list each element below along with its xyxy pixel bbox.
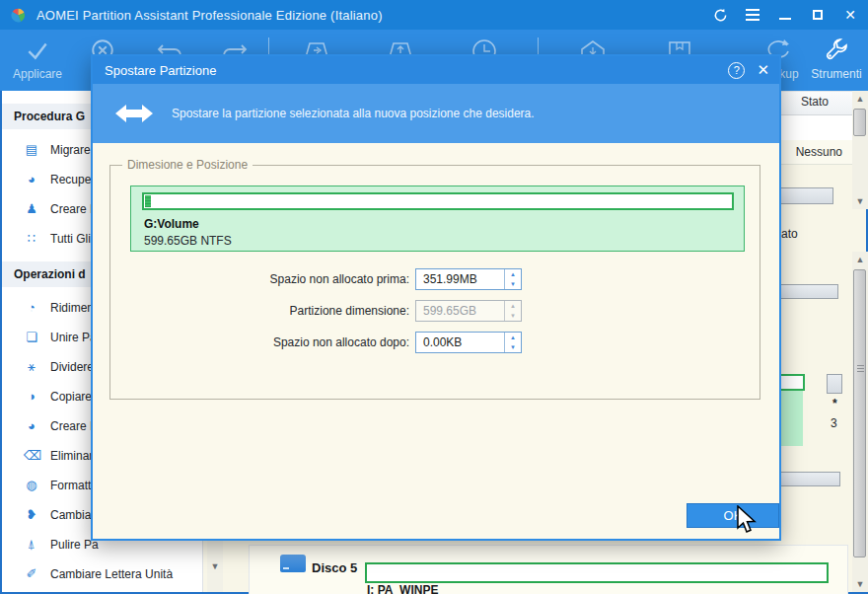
slider-handle[interactable] (145, 195, 151, 207)
status-column-header: Stato (801, 95, 829, 109)
refresh-icon[interactable] (708, 3, 732, 27)
partition-slider[interactable] (142, 192, 734, 210)
partition-info: 599.65GB NTFS (144, 234, 232, 248)
disk5-partition-bar[interactable] (365, 562, 829, 583)
scroll-down-icon[interactable]: ▼ (854, 195, 866, 207)
partition-name: G:Volume (144, 217, 199, 231)
apply-label: Applicare (10, 67, 65, 81)
broom-icon: ⍋ (24, 537, 39, 553)
close-icon[interactable]: ✕ (838, 3, 862, 27)
status-value: Nessuno (796, 145, 842, 159)
spinner-buttons[interactable]: ▲ ▼ (504, 269, 521, 289)
aomei-logo-icon (10, 7, 27, 24)
maximize-icon[interactable] (806, 3, 830, 27)
copy-icon: ◑ (24, 389, 39, 405)
mouse-cursor (735, 505, 757, 535)
unallocated-before-field[interactable]: 351.99MB ▲ ▼ (415, 268, 522, 290)
scroll-up-icon[interactable]: ▲ (854, 93, 866, 105)
spin-up-icon: ▲ (505, 301, 521, 311)
tools-label: Strumenti (809, 67, 864, 81)
pencil-letter-icon: ✐ (24, 566, 39, 582)
ok-button[interactable]: OK (687, 503, 779, 528)
format-icon: ◍ (24, 478, 39, 493)
grid-tools-icon: ∷ (24, 231, 39, 247)
trash-icon: ⌫ (24, 448, 39, 464)
spinner-buttons: ▲ ▼ (504, 301, 521, 321)
spin-up-icon[interactable]: ▲ (505, 333, 521, 342)
main-scrollbar[interactable]: ▲ ▼ (852, 252, 868, 592)
partition-preview: G:Volume 599.65GB NTFS (130, 186, 745, 252)
partition-size-label: Partizione dimensione: (120, 304, 409, 318)
apply-button[interactable]: Applicare (10, 37, 65, 81)
partition-bar-small[interactable] (827, 374, 842, 394)
spin-up-icon[interactable]: ▲ (505, 269, 521, 279)
scroll-up-icon[interactable]: ▲ (854, 254, 866, 265)
dialog-titlebar: Spostare Partizione ? ✕ (93, 56, 779, 84)
minimize-icon[interactable] (773, 3, 797, 27)
titlebar: AOMEI Partition Assistant Professionale … (0, 0, 868, 30)
partition-label-fragment: ato (781, 227, 798, 241)
dialog-banner-text: Spostare la partizione selezionata alla … (172, 107, 535, 120)
move-partition-dialog: Spostare Partizione ? ✕ Spostare la part… (91, 54, 781, 541)
scroll-down-icon[interactable]: ▼ (209, 560, 221, 572)
partition-size-field: 599.65GB ▲ ▼ (415, 300, 522, 322)
disk-arrow-icon: ▤ (24, 142, 39, 158)
tools-button[interactable]: Strumenti (809, 36, 864, 81)
help-icon[interactable]: ? (728, 62, 745, 79)
disk5-partition-label: I: PA_WINPE (367, 583, 438, 594)
star-partition-mark: * (832, 397, 837, 410)
spin-down-icon[interactable]: ▼ (505, 279, 521, 289)
window-title: AOMEI Partition Assistant Professionale … (36, 8, 383, 23)
dialog-title: Spostare Partizione (105, 63, 216, 78)
spin-down-icon: ▼ (505, 311, 521, 321)
split-icon: ⚹ (24, 359, 39, 375)
scroll-thumb[interactable] (853, 109, 866, 136)
sidebar-item-change-drive-letter[interactable]: ✐ Cambiare Lettera Unità (2, 559, 202, 589)
resize-icon: ◔ (24, 300, 39, 316)
spin-down-icon[interactable]: ▼ (505, 342, 521, 352)
scroll-thumb[interactable] (853, 269, 866, 557)
tag-icon: ❥ (24, 507, 39, 523)
create-partition-icon: ◕ (24, 418, 39, 434)
app-window: AOMEI Partition Assistant Professionale … (0, 0, 868, 594)
disk-icon (280, 555, 306, 572)
scroll-down-icon[interactable]: ▼ (854, 578, 866, 590)
unallocated-after-field[interactable]: 0.00KB ▲ ▼ (415, 332, 522, 353)
dialog-banner: Spostare la partizione selezionata alla … (93, 84, 779, 143)
dialog-close-icon[interactable]: ✕ (757, 61, 769, 79)
unallocated-after-label: Spazio non allocato dopo: (120, 335, 409, 349)
spinner-buttons[interactable]: ▲ ▼ (504, 333, 521, 352)
disk-number-mark: 3 (831, 416, 837, 430)
table-scrollbar[interactable]: ▲ ▼ (852, 91, 868, 209)
size-position-groupbox: Dimesione e Posizione G:Volume 599.65GB … (109, 165, 760, 400)
pie-recover-icon: ◕ (24, 172, 39, 187)
move-arrows-icon (114, 103, 154, 124)
merge-icon: ❏ (24, 330, 39, 345)
groupbox-label: Dimesione e Posizione (122, 158, 253, 172)
unallocated-before-label: Spazio non allocato prima: (120, 272, 409, 286)
menu-icon[interactable] (741, 3, 764, 27)
usb-create-icon: ♟ (24, 201, 39, 217)
disk5-name: Disco 5 (312, 560, 357, 575)
